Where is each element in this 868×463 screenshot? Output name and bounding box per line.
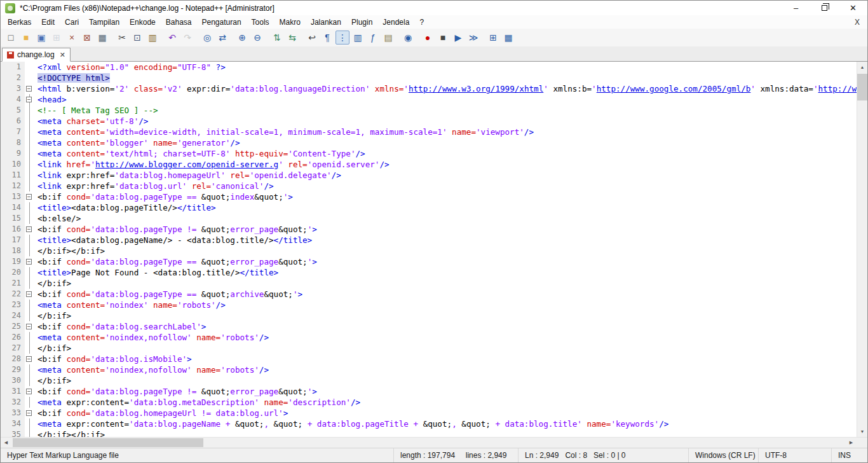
find-replace-icon[interactable]: ⇄ bbox=[215, 31, 229, 45]
fold-marker[interactable]: – bbox=[26, 410, 32, 416]
notepadpp-app-icon[interactable] bbox=[5, 3, 15, 13]
scroll-left-arrow[interactable]: ◀ bbox=[1, 438, 11, 448]
fold-marker[interactable]: – bbox=[26, 86, 32, 92]
line-number: 12 bbox=[1, 181, 25, 191]
function-list-icon[interactable]: ƒ bbox=[366, 31, 380, 45]
code-line: <meta expr:content='data:blog.pageName +… bbox=[37, 418, 857, 429]
scroll-up-arrow[interactable]: ▲ bbox=[857, 62, 867, 73]
line-number: 18 bbox=[1, 245, 25, 256]
paste-icon[interactable]: ▥ bbox=[146, 31, 159, 45]
menu-enkode[interactable]: Enkode bbox=[125, 17, 161, 28]
menu-tampilan[interactable]: Tampilan bbox=[84, 17, 125, 28]
fold-marker[interactable]: – bbox=[26, 324, 32, 329]
fold-marker[interactable]: – bbox=[26, 356, 32, 362]
fold-marker[interactable]: – bbox=[26, 389, 32, 394]
code-line: <link expr:href='data:blog.url' rel='can… bbox=[37, 181, 857, 191]
toolbar-separator bbox=[265, 31, 269, 45]
new-file-icon[interactable]: □ bbox=[4, 31, 18, 45]
document-map-icon[interactable]: ▥ bbox=[351, 31, 365, 45]
status-typing-mode[interactable]: INS bbox=[831, 448, 867, 462]
tab-close-icon[interactable]: ✕ bbox=[60, 51, 65, 59]
fold-marker[interactable]: – bbox=[26, 259, 32, 265]
url-link[interactable]: http://www.google.com/2005/gml/data bbox=[818, 84, 857, 93]
monitoring-icon[interactable]: ◉ bbox=[401, 31, 415, 45]
sync-vertical-scroll-icon[interactable]: ⇅ bbox=[270, 31, 284, 45]
fold-margin: –––––––––– bbox=[25, 62, 34, 437]
macro-play-icon[interactable]: ▶ bbox=[451, 31, 465, 45]
vertical-scroll-track[interactable] bbox=[857, 73, 867, 426]
fold-margin-cell bbox=[25, 418, 34, 429]
folder-as-workspace-icon[interactable]: ▤ bbox=[381, 31, 395, 45]
restore-button[interactable] bbox=[810, 1, 839, 15]
close-file-icon[interactable]: × bbox=[65, 31, 79, 45]
word-wrap-icon[interactable]: ↩ bbox=[305, 31, 319, 45]
macro-grid-icon[interactable]: ▦ bbox=[501, 31, 515, 45]
fold-marker[interactable]: – bbox=[26, 226, 32, 232]
redo-icon[interactable]: ↷ bbox=[180, 31, 194, 45]
macro-run-multiple-icon[interactable]: ≫ bbox=[466, 31, 480, 45]
fold-margin-cell bbox=[25, 429, 34, 437]
toolbar-separator bbox=[300, 31, 304, 45]
macro-record-icon[interactable]: ● bbox=[421, 31, 435, 45]
menu-bahasa[interactable]: Bahasa bbox=[161, 17, 197, 28]
menu-items: BerkasEditCariTampilanEnkodeBahasaPengat… bbox=[3, 17, 429, 28]
fold-margin-cell bbox=[25, 170, 34, 181]
undo-icon[interactable]: ↶ bbox=[165, 31, 179, 45]
url-link[interactable]: http://www.google.com/2005/gml/b bbox=[597, 84, 751, 93]
status-eol-format[interactable]: Windows (CR LF) bbox=[688, 448, 758, 462]
text-area[interactable]: <?xml version="1.0" encoding="UTF-8" ?><… bbox=[34, 62, 857, 437]
fold-marker[interactable]: – bbox=[26, 194, 32, 200]
indent-guide-icon[interactable]: ⋮ bbox=[336, 31, 349, 45]
menu-cari[interactable]: Cari bbox=[60, 17, 84, 28]
open-file-icon[interactable]: ■ bbox=[19, 31, 33, 45]
status-bar: Hyper Text Markup Language file length :… bbox=[1, 448, 867, 462]
fold-margin-cell bbox=[25, 364, 34, 375]
show-all-characters-icon[interactable]: ¶ bbox=[320, 31, 334, 45]
code-line: <meta expr:content='data:blog.metaDescri… bbox=[37, 397, 857, 408]
cut-icon[interactable]: ✂ bbox=[115, 31, 129, 45]
scroll-right-arrow[interactable]: ▶ bbox=[846, 438, 857, 448]
document-close-x[interactable]: X bbox=[847, 18, 867, 27]
menu-berkas[interactable]: Berkas bbox=[3, 17, 36, 28]
zoom-in-icon[interactable]: ⊕ bbox=[235, 31, 249, 45]
menu-makro[interactable]: Makro bbox=[275, 17, 306, 28]
menu-?[interactable]: ? bbox=[414, 17, 429, 28]
horizontal-scroll-thumb[interactable] bbox=[13, 438, 203, 447]
line-number: 34 bbox=[1, 418, 25, 429]
code-line: <meta content='blogger' name='generator'… bbox=[37, 137, 857, 148]
fold-margin-cell bbox=[25, 127, 34, 137]
fold-marker[interactable]: – bbox=[26, 291, 32, 297]
menu-jendela[interactable]: Jendela bbox=[377, 17, 414, 28]
fold-marker[interactable]: – bbox=[26, 97, 32, 102]
url-link[interactable]: http://www.blogger.com/openid-server.g bbox=[95, 160, 278, 169]
line-number: 19 bbox=[1, 256, 25, 267]
status-doc-type: Hyper Text Markup Language file bbox=[1, 448, 393, 462]
minimize-button[interactable]: – bbox=[782, 1, 810, 15]
vertical-scrollbar[interactable]: ▲ ▼ bbox=[857, 62, 867, 437]
menu-jalankan[interactable]: Jalankan bbox=[306, 17, 346, 28]
line-number: 24 bbox=[1, 310, 25, 321]
zoom-out-icon[interactable]: ⊖ bbox=[250, 31, 264, 45]
macro-save-icon[interactable]: ⊞ bbox=[486, 31, 500, 45]
save-all-icon[interactable]: ⊞ bbox=[50, 31, 64, 45]
print-icon[interactable]: ▦ bbox=[95, 31, 109, 45]
menu-edit[interactable]: Edit bbox=[36, 17, 60, 28]
macro-stop-icon[interactable]: ■ bbox=[436, 31, 450, 45]
close-button[interactable]: ✕ bbox=[839, 1, 867, 15]
save-file-icon[interactable]: ▣ bbox=[34, 31, 48, 45]
horizontal-scroll-track[interactable] bbox=[11, 438, 846, 448]
horizontal-scrollbar[interactable]: ◀ ▶ bbox=[1, 437, 867, 448]
copy-icon[interactable]: ⊡ bbox=[130, 31, 144, 45]
scroll-down-arrow[interactable]: ▼ bbox=[857, 426, 867, 437]
close-all-icon[interactable]: ⊠ bbox=[80, 31, 94, 45]
find-icon[interactable]: ◎ bbox=[200, 31, 214, 45]
status-encoding[interactable]: UTF-8 bbox=[758, 448, 831, 462]
menu-plugin[interactable]: Plugin bbox=[346, 17, 377, 28]
url-link[interactable]: http://www.w3.org/1999/xhtml bbox=[409, 84, 543, 93]
sync-horizontal-scroll-icon[interactable]: ⇆ bbox=[285, 31, 299, 45]
menu-pengaturan[interactable]: Pengaturan bbox=[197, 17, 247, 28]
menu-tools[interactable]: Tools bbox=[247, 17, 275, 28]
line-number: 30 bbox=[1, 375, 25, 386]
tab-changelog[interactable]: change.log ✕ bbox=[2, 48, 71, 62]
vertical-scroll-thumb[interactable] bbox=[857, 74, 867, 100]
